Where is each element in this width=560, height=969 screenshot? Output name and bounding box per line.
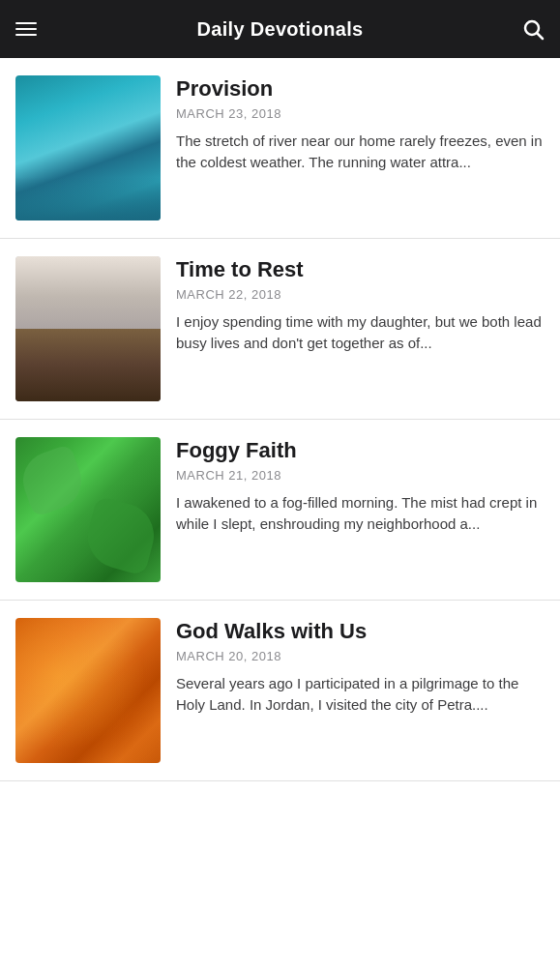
svg-line-1 (538, 34, 544, 40)
devotional-date: MARCH 22, 2018 (176, 287, 545, 302)
devotional-excerpt: Several years ago I participated in a pi… (176, 673, 545, 717)
devotional-title: Foggy Faith (176, 437, 545, 464)
devotional-content: Provision MARCH 23, 2018 The stretch of … (176, 75, 545, 174)
devotional-excerpt: I enjoy spending time with my daughter, … (176, 311, 545, 355)
devotional-excerpt: I awakened to a fog-filled morning. The … (176, 492, 545, 536)
devotional-title: Provision (176, 75, 545, 103)
devotional-date: MARCH 20, 2018 (176, 649, 545, 663)
devotional-thumbnail (15, 437, 161, 582)
devotional-thumbnail (15, 618, 161, 763)
devotional-thumbnail (15, 75, 161, 220)
devotional-date: MARCH 23, 2018 (176, 106, 545, 121)
devotional-content: Time to Rest MARCH 22, 2018 I enjoy spen… (176, 256, 545, 355)
search-icon[interactable] (521, 17, 545, 41)
devotional-content: God Walks with Us MARCH 20, 2018 Several… (176, 618, 545, 717)
app-header: Daily Devotionals (0, 0, 560, 58)
devotional-date: MARCH 21, 2018 (176, 468, 545, 483)
devotional-content: Foggy Faith MARCH 21, 2018 I awakened to… (176, 437, 545, 536)
devotional-thumbnail (15, 256, 161, 401)
devotional-list: Provision MARCH 23, 2018 The stretch of … (0, 58, 560, 781)
list-item[interactable]: Provision MARCH 23, 2018 The stretch of … (0, 58, 560, 239)
devotional-title: God Walks with Us (176, 618, 545, 645)
list-item[interactable]: Time to Rest MARCH 22, 2018 I enjoy spen… (0, 239, 560, 420)
menu-icon[interactable] (15, 22, 37, 36)
devotional-excerpt: The stretch of river near our home rarel… (176, 131, 545, 174)
list-item[interactable]: Foggy Faith MARCH 21, 2018 I awakened to… (0, 420, 560, 601)
page-title: Daily Devotionals (197, 18, 364, 41)
list-item[interactable]: God Walks with Us MARCH 20, 2018 Several… (0, 601, 560, 781)
devotional-title: Time to Rest (176, 256, 545, 283)
